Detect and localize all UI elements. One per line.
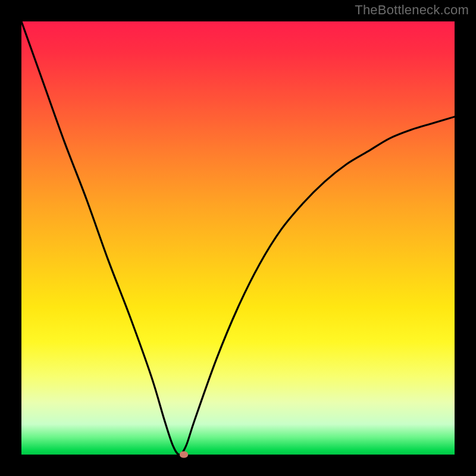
- curve-svg: [21, 21, 455, 455]
- min-point-marker: [180, 452, 188, 458]
- watermark-label: TheBottleneck.com: [355, 2, 469, 18]
- bottleneck-curve-path: [21, 21, 455, 455]
- chart-container: TheBottleneck.com: [0, 0, 476, 476]
- plot-area: [21, 21, 455, 455]
